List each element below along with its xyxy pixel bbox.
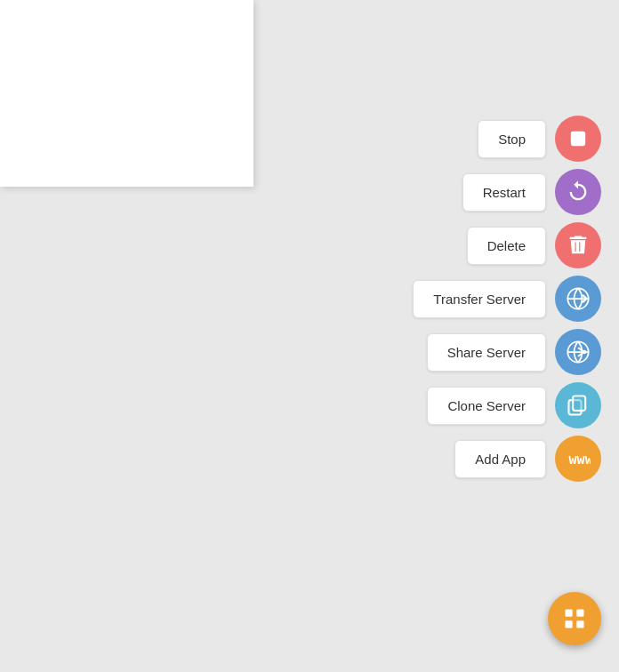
svg-rect-12 [566,620,573,628]
clone-server-button[interactable]: Clone Server [427,387,546,425]
delete-button[interactable]: Delete [467,227,546,265]
svg-rect-10 [566,610,573,617]
svg-rect-11 [576,610,583,617]
svg-text:www: www [569,452,591,468]
action-row-restart: Restart [462,169,601,215]
action-row-stop: Stop [478,116,601,162]
action-row-clone: Clone Server [427,382,601,428]
stop-button[interactable]: Stop [478,120,546,158]
action-row-delete: Delete [467,222,601,268]
action-row-transfer: Transfer Server [413,276,601,322]
fab-grid-icon [562,606,587,631]
add-app-button[interactable]: Add App [454,440,546,478]
svg-rect-8 [574,397,584,410]
action-row-share: Share Server [427,329,601,375]
svg-rect-0 [571,132,585,146]
clone-server-icon[interactable] [555,382,601,428]
action-row-addapp: Add App www [454,436,601,482]
transfer-server-button[interactable]: Transfer Server [413,280,546,318]
delete-icon[interactable] [555,222,601,268]
white-panel [0,0,253,187]
transfer-server-icon[interactable] [555,276,601,322]
share-server-icon[interactable] [555,329,601,375]
add-app-icon[interactable]: www [555,436,601,482]
fab-menu-button[interactable] [548,592,601,645]
restart-icon[interactable] [555,169,601,215]
actions-container: Stop Restart Delete Transfer Server [413,116,601,482]
restart-button[interactable]: Restart [462,173,546,212]
svg-rect-13 [576,620,583,628]
stop-icon[interactable] [555,116,601,162]
share-server-button[interactable]: Share Server [427,333,546,372]
